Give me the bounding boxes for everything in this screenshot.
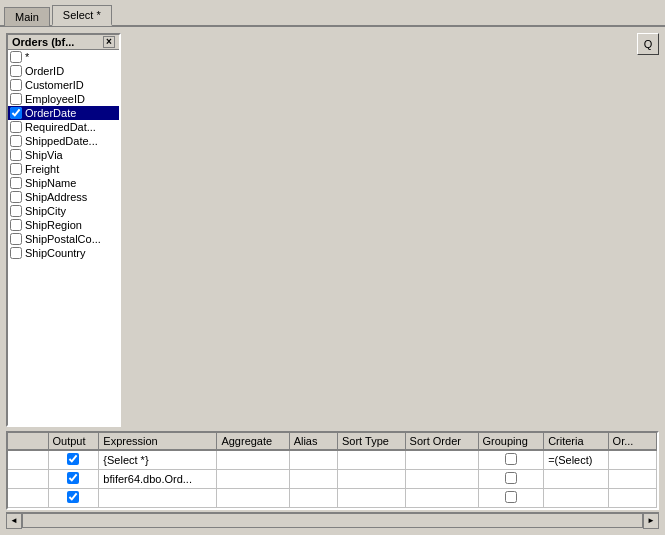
horizontal-scrollbar[interactable]: ◄ ►	[6, 512, 659, 528]
field-label-orderid: OrderID	[25, 65, 64, 77]
field-checkbox-shipaddress[interactable]	[10, 191, 22, 203]
field-item-shipname[interactable]: ShipName	[8, 176, 119, 190]
grid-col-header-8: Or...	[608, 433, 656, 450]
field-item-employeeid[interactable]: EmployeeID	[8, 92, 119, 106]
sort-order-cell-0[interactable]	[405, 450, 478, 470]
field-item-shipcountry[interactable]: ShipCountry	[8, 246, 119, 260]
scroll-track[interactable]	[22, 513, 643, 528]
field-item-shippostalcode[interactable]: ShipPostalCo...	[8, 232, 119, 246]
grid-col-header-1: Expression	[99, 433, 217, 450]
output-checkbox-0[interactable]	[67, 453, 79, 465]
field-item-shipcity[interactable]: ShipCity	[8, 204, 119, 218]
grid-row-0: {Select *}=(Select)	[8, 450, 657, 470]
row-selector-2[interactable]	[8, 489, 48, 508]
field-label-freight: Freight	[25, 163, 59, 175]
field-label-orderdate: OrderDate	[25, 107, 76, 119]
field-checkbox-star[interactable]	[10, 51, 22, 63]
field-checkbox-orderdate[interactable]	[10, 107, 22, 119]
grouping-checkbox-0[interactable]	[505, 453, 517, 465]
grid-col-header-3: Alias	[289, 433, 337, 450]
aggregate-cell-0[interactable]	[217, 450, 289, 470]
tab-select[interactable]: Select *	[52, 5, 112, 26]
field-checkbox-shipvia[interactable]	[10, 149, 22, 161]
field-label-shippostalcode: ShipPostalCo...	[25, 233, 101, 245]
field-label-shipname: ShipName	[25, 177, 76, 189]
output-cell-2[interactable]	[48, 489, 99, 508]
field-item-orderid[interactable]: OrderID	[8, 64, 119, 78]
output-cell-1[interactable]	[48, 470, 99, 489]
aggregate-cell-1[interactable]	[217, 470, 289, 489]
search-icon: Q	[644, 38, 653, 50]
scroll-left-button[interactable]: ◄	[6, 513, 22, 529]
tab-bar: Main Select *	[0, 0, 665, 27]
grid-row-1: bfifer64.dbo.Ord...	[8, 470, 657, 489]
tab-select-label: Select *	[63, 9, 101, 21]
sort-order-cell-2[interactable]	[405, 489, 478, 508]
row-selector-0[interactable]	[8, 450, 48, 470]
main-content: Orders (bf... × *OrderIDCustomerIDEmploy…	[0, 27, 665, 534]
field-checkbox-customerid[interactable]	[10, 79, 22, 91]
field-item-star[interactable]: *	[8, 50, 119, 64]
output-checkbox-2[interactable]	[67, 491, 79, 503]
scroll-right-button[interactable]: ►	[643, 513, 659, 529]
grid-col-header-6: Grouping	[478, 433, 544, 450]
field-item-requireddate[interactable]: RequiredDat...	[8, 120, 119, 134]
field-item-shipaddress[interactable]: ShipAddress	[8, 190, 119, 204]
aggregate-cell-2[interactable]	[217, 489, 289, 508]
field-checkbox-shipregion[interactable]	[10, 219, 22, 231]
grouping-checkbox-1[interactable]	[505, 472, 517, 484]
field-list-title: Orders (bf...	[12, 36, 74, 48]
alias-cell-2[interactable]	[289, 489, 337, 508]
field-item-shipregion[interactable]: ShipRegion	[8, 218, 119, 232]
tab-main[interactable]: Main	[4, 7, 50, 26]
field-list-body[interactable]: *OrderIDCustomerIDEmployeeIDOrderDateReq…	[8, 50, 119, 260]
grouping-cell-1[interactable]	[478, 470, 544, 489]
or-cell-2[interactable]	[608, 489, 656, 508]
field-checkbox-freight[interactable]	[10, 163, 22, 175]
row-selector-1[interactable]	[8, 470, 48, 489]
sort-type-cell-2[interactable]	[338, 489, 406, 508]
grid-col-header-5: Sort Order	[405, 433, 478, 450]
criteria-cell-2[interactable]	[544, 489, 608, 508]
field-list-close-button[interactable]: ×	[103, 36, 115, 48]
grouping-cell-0[interactable]	[478, 450, 544, 470]
criteria-cell-1[interactable]	[544, 470, 608, 489]
alias-cell-1[interactable]	[289, 470, 337, 489]
field-checkbox-shipcountry[interactable]	[10, 247, 22, 259]
field-item-shippeddate[interactable]: ShippedDate...	[8, 134, 119, 148]
output-checkbox-1[interactable]	[67, 472, 79, 484]
field-checkbox-shipcity[interactable]	[10, 205, 22, 217]
field-checkbox-requireddate[interactable]	[10, 121, 22, 133]
field-label-shipvia: ShipVia	[25, 149, 63, 161]
field-checkbox-shippeddate[interactable]	[10, 135, 22, 147]
grid-col-header-2: Aggregate	[217, 433, 289, 450]
field-item-shipvia[interactable]: ShipVia	[8, 148, 119, 162]
field-label-shipcity: ShipCity	[25, 205, 66, 217]
field-checkbox-shippostalcode[interactable]	[10, 233, 22, 245]
alias-cell-0[interactable]	[289, 450, 337, 470]
grouping-cell-2[interactable]	[478, 489, 544, 508]
field-label-shipregion: ShipRegion	[25, 219, 82, 231]
grid-col-header-0: Output	[48, 433, 99, 450]
search-icon-button[interactable]: Q	[637, 33, 659, 55]
output-cell-0[interactable]	[48, 450, 99, 470]
field-item-customerid[interactable]: CustomerID	[8, 78, 119, 92]
field-label-shipaddress: ShipAddress	[25, 191, 87, 203]
expression-cell-2	[99, 489, 217, 508]
or-cell-1[interactable]	[608, 470, 656, 489]
field-label-customerid: CustomerID	[25, 79, 84, 91]
sort-order-cell-1[interactable]	[405, 470, 478, 489]
field-item-freight[interactable]: Freight	[8, 162, 119, 176]
field-checkbox-orderid[interactable]	[10, 65, 22, 77]
or-cell-0[interactable]	[608, 450, 656, 470]
field-item-orderdate[interactable]: OrderDate	[8, 106, 119, 120]
criteria-cell-0[interactable]: =(Select)	[544, 450, 608, 470]
grid-col-header-7: Criteria	[544, 433, 608, 450]
tab-main-label: Main	[15, 11, 39, 23]
grouping-checkbox-2[interactable]	[505, 491, 517, 503]
sort-type-cell-0[interactable]	[338, 450, 406, 470]
field-list-header: Orders (bf... ×	[8, 35, 119, 50]
field-checkbox-employeeid[interactable]	[10, 93, 22, 105]
sort-type-cell-1[interactable]	[338, 470, 406, 489]
field-checkbox-shipname[interactable]	[10, 177, 22, 189]
